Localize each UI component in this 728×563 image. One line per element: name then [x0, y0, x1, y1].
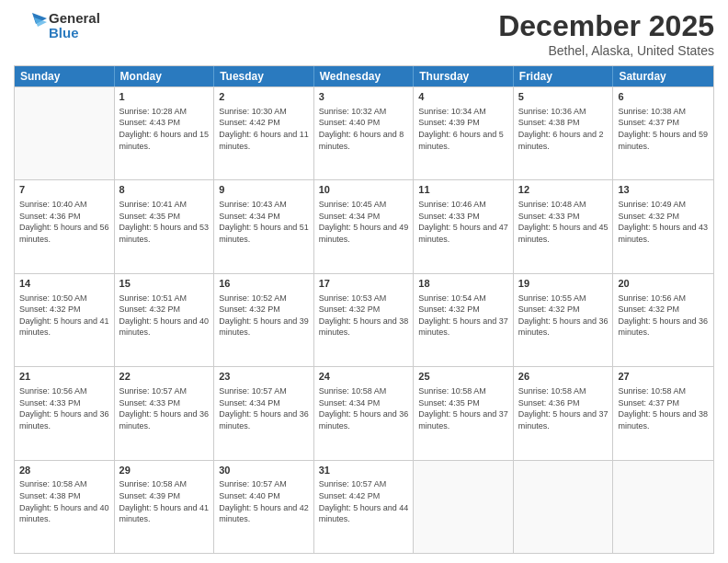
day-number: 30	[219, 464, 309, 477]
day-info: Sunrise: 10:38 AM Sunset: 4:37 PM Daylig…	[618, 106, 709, 152]
day-number: 3	[319, 90, 409, 104]
cal-cell-20: 20 Sunrise: 10:56 AM Sunset: 4:32 PM Day…	[613, 274, 713, 366]
day-number: 15	[119, 277, 210, 291]
logo-blue: Blue	[49, 26, 100, 41]
day-info: Sunrise: 10:58 AM Sunset: 4:39 PM Daylig…	[119, 478, 210, 524]
day-number: 9	[219, 183, 309, 197]
day-number: 4	[418, 90, 508, 104]
logo: General Blue	[14, 9, 100, 42]
location: Bethel, Alaska, United States	[498, 43, 714, 58]
day-info: Sunrise: 10:58 AM Sunset: 4:35 PM Daylig…	[418, 385, 508, 431]
cal-cell-17: 17 Sunrise: 10:53 AM Sunset: 4:32 PM Day…	[314, 274, 415, 366]
day-info: Sunrise: 10:58 AM Sunset: 4:38 PM Daylig…	[19, 478, 109, 524]
header-tuesday: Tuesday	[214, 66, 314, 86]
day-number: 18	[418, 277, 508, 291]
calendar-body: 1 Sunrise: 10:28 AM Sunset: 4:43 PM Dayl…	[15, 86, 713, 553]
calendar-week-2: 7 Sunrise: 10:40 AM Sunset: 4:36 PM Dayl…	[15, 179, 713, 272]
cal-cell-2: 2 Sunrise: 10:30 AM Sunset: 4:42 PM Dayl…	[214, 87, 314, 179]
day-number: 21	[19, 370, 109, 384]
day-info: Sunrise: 10:40 AM Sunset: 4:36 PM Daylig…	[19, 199, 109, 245]
day-number: 29	[119, 464, 210, 477]
logo-container: General Blue	[14, 9, 100, 42]
cal-cell-6: 6 Sunrise: 10:38 AM Sunset: 4:37 PM Dayl…	[613, 87, 713, 179]
day-info: Sunrise: 10:58 AM Sunset: 4:36 PM Daylig…	[518, 385, 609, 431]
cal-cell-4: 4 Sunrise: 10:34 AM Sunset: 4:39 PM Dayl…	[414, 87, 514, 179]
day-number: 31	[319, 464, 409, 477]
cal-cell-16: 16 Sunrise: 10:52 AM Sunset: 4:32 PM Day…	[214, 274, 314, 366]
header-friday: Friday	[514, 66, 614, 86]
cal-cell-23: 23 Sunrise: 10:57 AM Sunset: 4:34 PM Day…	[214, 367, 314, 459]
cal-cell-9: 9 Sunrise: 10:43 AM Sunset: 4:34 PM Dayl…	[214, 180, 314, 272]
header-saturday: Saturday	[613, 66, 713, 86]
cal-cell-30: 30 Sunrise: 10:57 AM Sunset: 4:40 PM Day…	[214, 461, 314, 553]
day-number: 24	[319, 370, 409, 384]
day-number: 20	[618, 277, 709, 291]
cal-cell-13: 13 Sunrise: 10:49 AM Sunset: 4:32 PM Day…	[613, 180, 713, 272]
cal-cell-29: 29 Sunrise: 10:58 AM Sunset: 4:39 PM Day…	[115, 461, 215, 553]
day-info: Sunrise: 10:34 AM Sunset: 4:39 PM Daylig…	[418, 106, 508, 152]
cal-cell-24: 24 Sunrise: 10:58 AM Sunset: 4:34 PM Day…	[314, 367, 415, 459]
day-number: 14	[19, 277, 109, 291]
day-info: Sunrise: 10:54 AM Sunset: 4:32 PM Daylig…	[418, 293, 508, 339]
calendar-week-4: 21 Sunrise: 10:56 AM Sunset: 4:33 PM Day…	[15, 366, 713, 459]
cal-cell-21: 21 Sunrise: 10:56 AM Sunset: 4:33 PM Day…	[15, 367, 115, 459]
calendar: Sunday Monday Tuesday Wednesday Thursday…	[14, 65, 714, 554]
day-info: Sunrise: 10:36 AM Sunset: 4:38 PM Daylig…	[518, 106, 609, 152]
day-number: 1	[119, 90, 210, 104]
cal-cell-19: 19 Sunrise: 10:55 AM Sunset: 4:32 PM Day…	[514, 274, 614, 366]
cal-cell-14: 14 Sunrise: 10:50 AM Sunset: 4:32 PM Day…	[15, 274, 115, 366]
page: General Blue December 2025 Bethel, Alask…	[0, 0, 728, 563]
cal-cell-18: 18 Sunrise: 10:54 AM Sunset: 4:32 PM Day…	[414, 274, 514, 366]
day-info: Sunrise: 10:57 AM Sunset: 4:33 PM Daylig…	[119, 385, 210, 431]
month-title: December 2025	[498, 9, 714, 43]
header-monday: Monday	[115, 66, 215, 86]
cal-cell-8: 8 Sunrise: 10:41 AM Sunset: 4:35 PM Dayl…	[115, 180, 215, 272]
cal-cell-10: 10 Sunrise: 10:45 AM Sunset: 4:34 PM Day…	[314, 180, 415, 272]
day-info: Sunrise: 10:46 AM Sunset: 4:33 PM Daylig…	[418, 199, 508, 245]
day-number: 10	[319, 183, 409, 197]
day-info: Sunrise: 10:50 AM Sunset: 4:32 PM Daylig…	[19, 293, 109, 339]
cal-cell-15: 15 Sunrise: 10:51 AM Sunset: 4:32 PM Day…	[115, 274, 215, 366]
day-info: Sunrise: 10:57 AM Sunset: 4:34 PM Daylig…	[219, 385, 309, 431]
calendar-header-row: Sunday Monday Tuesday Wednesday Thursday…	[15, 66, 713, 86]
day-number: 6	[618, 90, 709, 104]
calendar-week-1: 1 Sunrise: 10:28 AM Sunset: 4:43 PM Dayl…	[15, 86, 713, 179]
day-info: Sunrise: 10:41 AM Sunset: 4:35 PM Daylig…	[119, 199, 210, 245]
cal-cell-22: 22 Sunrise: 10:57 AM Sunset: 4:33 PM Day…	[115, 367, 215, 459]
calendar-week-5: 28 Sunrise: 10:58 AM Sunset: 4:38 PM Day…	[15, 460, 713, 553]
day-number: 17	[319, 277, 409, 291]
day-info: Sunrise: 10:43 AM Sunset: 4:34 PM Daylig…	[219, 199, 309, 245]
cal-cell-26: 26 Sunrise: 10:58 AM Sunset: 4:36 PM Day…	[514, 367, 614, 459]
day-number: 13	[618, 183, 709, 197]
day-number: 26	[518, 370, 609, 384]
day-number: 8	[119, 183, 210, 197]
day-info: Sunrise: 10:30 AM Sunset: 4:42 PM Daylig…	[219, 106, 309, 152]
day-number: 2	[219, 90, 309, 104]
header-thursday: Thursday	[414, 66, 514, 86]
cal-cell-11: 11 Sunrise: 10:46 AM Sunset: 4:33 PM Day…	[414, 180, 514, 272]
day-info: Sunrise: 10:48 AM Sunset: 4:33 PM Daylig…	[518, 199, 609, 245]
cal-cell-25: 25 Sunrise: 10:58 AM Sunset: 4:35 PM Day…	[414, 367, 514, 459]
day-number: 22	[119, 370, 210, 384]
day-number: 12	[518, 183, 609, 197]
day-number: 11	[418, 183, 508, 197]
header-sunday: Sunday	[15, 66, 115, 86]
day-info: Sunrise: 10:32 AM Sunset: 4:40 PM Daylig…	[319, 106, 409, 152]
header: General Blue December 2025 Bethel, Alask…	[14, 9, 714, 58]
day-info: Sunrise: 10:55 AM Sunset: 4:32 PM Daylig…	[518, 293, 609, 339]
day-info: Sunrise: 10:52 AM Sunset: 4:32 PM Daylig…	[219, 293, 309, 339]
cal-cell-7: 7 Sunrise: 10:40 AM Sunset: 4:36 PM Dayl…	[15, 180, 115, 272]
day-number: 7	[19, 183, 109, 197]
cal-cell-27: 27 Sunrise: 10:58 AM Sunset: 4:37 PM Day…	[613, 367, 713, 459]
cal-cell-3: 3 Sunrise: 10:32 AM Sunset: 4:40 PM Dayl…	[314, 87, 415, 179]
logo-bird-icon	[14, 9, 47, 42]
day-number: 28	[19, 464, 109, 477]
cal-cell-1: 1 Sunrise: 10:28 AM Sunset: 4:43 PM Dayl…	[115, 87, 215, 179]
day-info: Sunrise: 10:49 AM Sunset: 4:32 PM Daylig…	[618, 199, 709, 245]
cal-cell-12: 12 Sunrise: 10:48 AM Sunset: 4:33 PM Day…	[514, 180, 614, 272]
day-info: Sunrise: 10:45 AM Sunset: 4:34 PM Daylig…	[319, 199, 409, 245]
logo-general: General	[49, 11, 100, 27]
day-info: Sunrise: 10:56 AM Sunset: 4:32 PM Daylig…	[618, 293, 709, 339]
day-number: 23	[219, 370, 309, 384]
day-number: 27	[618, 370, 709, 384]
